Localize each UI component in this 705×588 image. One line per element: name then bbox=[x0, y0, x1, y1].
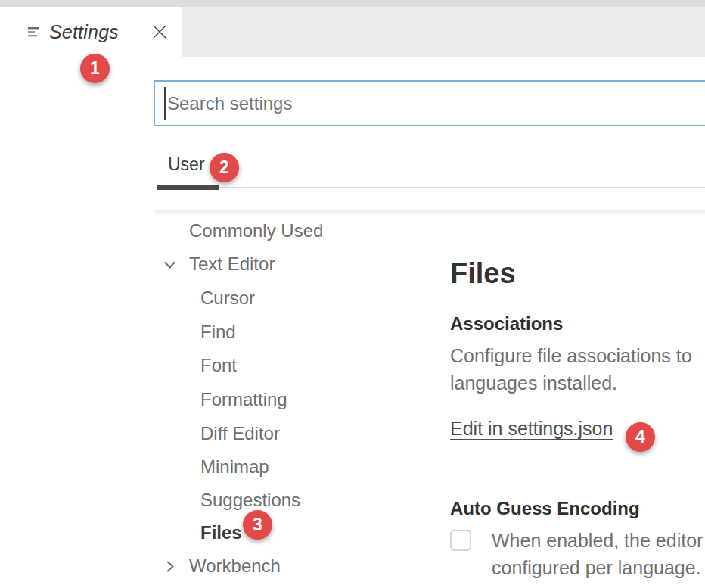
toc-item-commonly-used[interactable]: Commonly Used bbox=[155, 216, 424, 246]
tab-user-scope[interactable]: User bbox=[168, 154, 205, 175]
step-badge-2: 2 bbox=[210, 153, 239, 182]
toc-item-cursor[interactable]: Cursor bbox=[155, 283, 424, 313]
tab-settings[interactable]: Settings bbox=[0, 7, 182, 57]
chevron-down-icon bbox=[155, 257, 189, 272]
editor-tab-bar: Settings bbox=[0, 7, 705, 57]
setting-description-line: Configure file associations to bbox=[450, 345, 692, 367]
step-badge-4: 4 bbox=[626, 422, 655, 452]
settings-editor-window: Settings User Commonly Used Text Editor … bbox=[0, 0, 705, 588]
edit-in-settings-json-link[interactable]: Edit in settings.json bbox=[450, 418, 613, 440]
toc-item-find[interactable]: Find bbox=[155, 317, 424, 347]
toc-item-formatting[interactable]: Formatting bbox=[155, 384, 424, 415]
toc-item-suggestions[interactable]: Suggestions bbox=[155, 485, 424, 515]
scope-tab-active-underline bbox=[157, 185, 219, 190]
search-box bbox=[154, 80, 705, 126]
chevron-right-icon bbox=[155, 558, 189, 574]
setting-heading-associations: Associations bbox=[450, 313, 563, 334]
setting-description-line: languages installed. bbox=[450, 372, 617, 394]
toc-item-font[interactable]: Font bbox=[155, 350, 424, 381]
toc-item-files[interactable]: Files bbox=[155, 518, 424, 548]
toc-item-minimap[interactable]: Minimap bbox=[155, 452, 424, 482]
step-badge-1: 1 bbox=[80, 54, 110, 83]
settings-list-icon bbox=[28, 26, 41, 39]
setting-description-line: configured per language. bbox=[492, 557, 701, 579]
close-icon[interactable] bbox=[151, 23, 168, 40]
toc-item-text-editor[interactable]: Text Editor bbox=[155, 249, 424, 279]
toc-item-workbench[interactable]: Workbench bbox=[155, 551, 424, 581]
step-badge-3: 3 bbox=[243, 510, 272, 540]
page-title: Files bbox=[450, 257, 516, 290]
auto-guess-encoding-checkbox[interactable] bbox=[450, 530, 471, 551]
search-input[interactable] bbox=[154, 80, 705, 126]
window-top-strip bbox=[0, 0, 705, 7]
text-caret bbox=[164, 87, 166, 120]
setting-heading-auto-guess-encoding: Auto Guess Encoding bbox=[450, 498, 640, 519]
toc-item-diff-editor[interactable]: Diff Editor bbox=[155, 418, 424, 449]
scope-tabs-divider bbox=[157, 187, 705, 188]
toc-item-partial[interactable] bbox=[155, 584, 424, 588]
setting-description-line: When enabled, the editor bbox=[492, 530, 703, 552]
tab-title: Settings bbox=[49, 21, 119, 43]
